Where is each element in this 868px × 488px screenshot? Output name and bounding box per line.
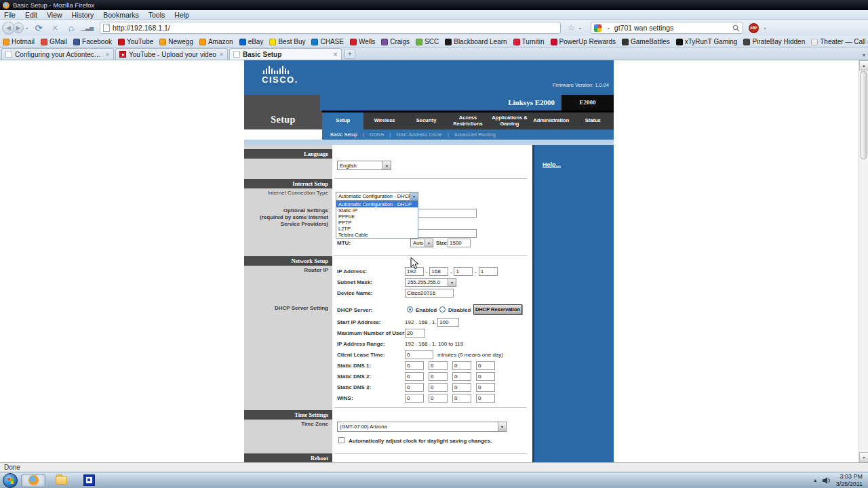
bookmark-item[interactable]: Wells [350,38,375,45]
speaker-icon[interactable] [823,476,831,485]
mtu-select[interactable]: Auto ▾ [410,239,433,247]
language-select[interactable]: English ▾ [337,161,391,170]
dst-checkbox[interactable] [338,437,344,443]
time-zone-select[interactable]: (GMT-07:00) Arizona ▾ [337,422,507,432]
bookmark-item[interactable]: GameBattles [622,38,670,45]
forward-button[interactable]: ▶ [13,22,24,33]
dns-octet-input[interactable] [405,394,424,403]
dhcp-reservation-button[interactable]: DHCP Reservation [473,304,522,314]
chevron-down-icon[interactable]: ▾ [498,422,506,431]
device-name-input[interactable] [405,289,454,298]
bookmark-item[interactable]: GMail [41,38,67,45]
dns-octet-input[interactable] [476,372,495,381]
bookmark-item[interactable]: Facebook [73,38,112,45]
clock[interactable]: 3:03 PM 3/25/2011 [836,473,863,488]
search-input[interactable] [614,24,730,32]
dns-octet-input[interactable] [405,361,424,370]
subnav-item-advanced-routing[interactable]: Advanced Routing [454,131,496,138]
ip-octet-2[interactable] [429,267,448,276]
subnav-item-basic-setup[interactable]: Basic Setup [330,131,357,138]
bookmark-item[interactable]: Newegg [159,38,193,45]
router-tab-access-restrictions[interactable]: Access Restrictions [447,113,488,129]
router-tab-status[interactable]: Status [572,113,614,129]
router-tab-wireless[interactable]: Wireless [363,113,405,129]
page-scrollbar[interactable]: ▲ ▾ [859,60,868,462]
dns-octet-input[interactable] [429,361,448,370]
bookmark-item[interactable]: Blackboard Learn [445,38,507,45]
tray-expand-icon[interactable]: ▲ [813,478,818,483]
router-tab-applications-gaming[interactable]: Applications & Gaming [489,113,530,129]
bookmark-item[interactable]: Best Buy [269,38,305,45]
scrollbar-thumb[interactable] [860,71,867,159]
star-dropdown-icon[interactable]: ▾ [579,26,581,30]
browser-tab[interactable]: Basic Setup✕ [229,48,342,60]
host-name-field[interactable] [416,209,477,218]
bookmark-item[interactable]: PirateBay Hidden [743,38,805,45]
dns-octet-input[interactable] [452,361,471,370]
bookmark-item[interactable]: Theater — Call of Duty... [811,38,868,45]
dns-octet-input[interactable] [476,361,495,370]
subnet-mask-select[interactable]: 255.255.255.0 ▾ [405,278,456,287]
bookmark-item[interactable]: xTyRunT Gaming [676,38,738,45]
menu-item-help[interactable]: Help [174,11,189,19]
connection-type-select[interactable]: Automatic Configuration - DHCP ▾ [336,192,418,201]
dns-octet-input[interactable] [429,383,448,392]
stop-button[interactable]: ✕ [48,21,62,35]
adblock-dropdown-icon[interactable]: ▾ [764,26,766,30]
dns-octet-input[interactable] [452,372,471,381]
taskbar-firefox-button[interactable] [21,474,45,487]
menu-item-view[interactable]: View [47,11,62,19]
bookmark-item[interactable]: SCC [416,38,439,45]
dropdown-option[interactable]: L2TP [336,226,418,232]
refresh-button[interactable]: ⟳ [32,21,45,35]
dns-octet-input[interactable] [452,383,471,392]
taskbar-explorer-button[interactable] [49,474,73,487]
dropdown-option[interactable]: Telstra Cable [336,232,418,238]
menu-item-tools[interactable]: Tools [149,11,165,19]
ip-octet-4[interactable] [479,267,498,276]
chevron-down-icon[interactable]: ▾ [410,192,418,200]
help-link[interactable]: Help... [542,161,561,168]
dhcp-disabled-radio[interactable] [439,306,446,312]
menu-item-history[interactable]: History [72,11,94,19]
dns-octet-input[interactable] [429,372,448,381]
bookmark-item[interactable]: PowerUp Rewards [551,38,616,45]
scroll-down-icon[interactable]: ▾ [859,452,868,462]
subnav-item-mac-address-clone[interactable]: MAC Address Clone [396,131,442,138]
magnifier-icon[interactable] [732,24,740,32]
browser-tab[interactable]: YouTube - Upload your video✕ [115,48,228,60]
dns-octet-input[interactable] [476,394,495,403]
bookmark-item[interactable]: Amazon [199,38,233,45]
dropdown-option[interactable]: PPPoE [336,214,418,220]
menu-item-file[interactable]: File [4,11,16,19]
menu-item-edit[interactable]: Edit [25,11,37,19]
search-engine-dropdown-icon[interactable]: ▾ [608,26,610,30]
dns-octet-input[interactable] [405,372,424,381]
router-tab-setup[interactable]: Setup [322,113,363,129]
ip-octet-3[interactable] [454,267,473,276]
bookmark-item[interactable]: YouTube [118,38,153,45]
url-input[interactable] [113,24,557,32]
router-tab-administration[interactable]: Administration [530,113,572,129]
dns-octet-input[interactable] [405,383,424,392]
bookmark-star[interactable]: ☆ ▾ [568,23,584,33]
dropdown-option[interactable]: Static IP [336,207,418,214]
dns-octet-input[interactable] [452,394,471,403]
domain-name-field[interactable] [416,229,477,238]
lease-time-input[interactable] [405,350,433,359]
bookmark-item[interactable]: Craigs [381,38,410,45]
bookmark-item[interactable]: eBay [239,38,264,45]
tab-close-icon[interactable]: ✕ [105,52,110,58]
menu-item-bookmarks[interactable]: Bookmarks [103,11,139,19]
tab-close-icon[interactable]: ✕ [333,52,338,58]
dropdown-option[interactable]: Automatic Configuration - DHCP [336,201,418,207]
max-users-input[interactable] [405,329,425,338]
dns-octet-input[interactable] [476,383,495,392]
subnav-item-ddns[interactable]: DDNS [370,131,384,138]
bookmark-item[interactable]: Hotmail [3,38,35,45]
home-button[interactable]: ⌂ [64,21,78,35]
dropdown-option[interactable]: PPTP [336,220,418,226]
tab-close-icon[interactable]: ✕ [219,52,224,58]
stats-toolbar-icon[interactable]: ▁▃▅ [81,21,94,35]
bookmark-item[interactable]: CHASE [311,38,343,45]
